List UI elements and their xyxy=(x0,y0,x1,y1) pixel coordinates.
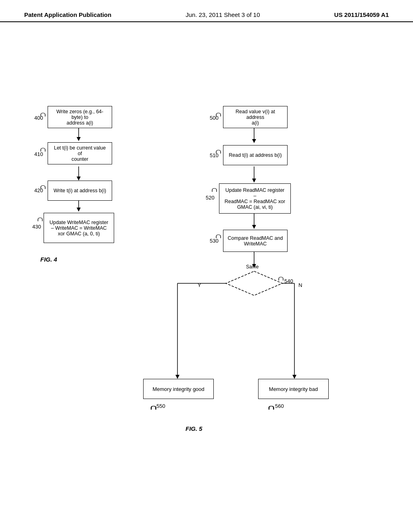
curl-540: ∩ xyxy=(277,274,285,283)
svg-marker-20 xyxy=(292,375,296,379)
label-560: 560 xyxy=(275,403,284,409)
header-center: Jun. 23, 2011 Sheet 3 of 10 xyxy=(186,11,260,18)
node-560: Memory integrity bad xyxy=(258,379,329,399)
diagram-svg xyxy=(0,22,413,486)
label-520: 520 xyxy=(206,195,215,201)
curl-530: ∩ xyxy=(215,232,222,240)
label-540: 540 xyxy=(284,278,293,284)
n-label: N xyxy=(298,282,302,288)
svg-marker-5 xyxy=(77,208,81,212)
y-label: Y xyxy=(198,282,201,288)
node-420: Write t(i) at address b(i) xyxy=(48,181,112,201)
node-400: Write zeros (e.g., 64-byte) toaddress a(… xyxy=(48,106,112,128)
same-label: Same xyxy=(246,264,259,270)
header-left: Patent Application Publication xyxy=(24,11,111,18)
curl-430: ∩ xyxy=(36,215,44,223)
svg-marker-1 xyxy=(77,137,81,141)
curl-510: ∩ xyxy=(215,147,222,156)
diagram-area: Write zeros (e.g., 64-byte) toaddress a(… xyxy=(0,22,413,486)
fig5-label: FIG. 5 xyxy=(186,425,202,432)
page: Patent Application Publication Jun. 23, … xyxy=(0,0,413,532)
curl-500: ∩ xyxy=(215,110,222,118)
svg-marker-14 xyxy=(226,271,282,295)
node-520: Update ReadMAC register –ReadMAC = ReadM… xyxy=(219,183,291,214)
curl-520: ∩ xyxy=(211,185,218,194)
node-500: Read value v(i) at addressa(i) xyxy=(223,106,288,128)
fig4-label: FIG. 4 xyxy=(40,256,57,263)
node-530: Compare ReadMAC andWriteMAC xyxy=(223,230,288,252)
svg-marker-9 xyxy=(252,179,256,183)
svg-marker-11 xyxy=(252,225,256,229)
node-430: Update WriteMAC register– WriteMAC = Wri… xyxy=(44,213,114,243)
node-410: Let t(i) be current value ofcounter xyxy=(48,142,112,164)
node-510: Read t(i) at address b(i) xyxy=(223,145,288,165)
curl-560: ∪ xyxy=(267,404,276,412)
svg-marker-17 xyxy=(175,375,179,379)
header-right: US 2011/154059 A1 xyxy=(334,11,389,18)
curl-410: ∩ xyxy=(39,145,47,154)
curl-400: ∩ xyxy=(39,110,47,118)
svg-marker-7 xyxy=(252,139,256,143)
node-550: Memory integrity good xyxy=(143,379,214,399)
page-header: Patent Application Publication Jun. 23, … xyxy=(0,0,413,22)
curl-420: ∩ xyxy=(39,183,47,191)
curl-550: ∪ xyxy=(149,404,158,412)
svg-marker-3 xyxy=(77,177,81,181)
label-430: 430 xyxy=(32,224,41,230)
